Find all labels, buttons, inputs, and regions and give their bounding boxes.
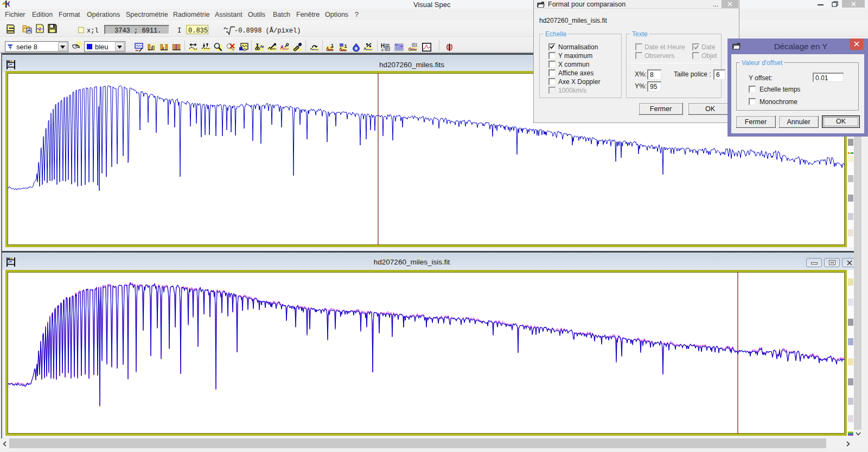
- svg-text:1: 1: [344, 43, 347, 49]
- svg-text:H: H: [381, 43, 385, 49]
